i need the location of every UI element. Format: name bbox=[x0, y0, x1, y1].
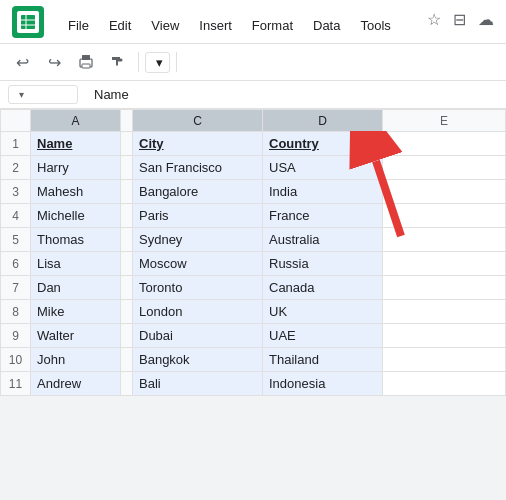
paint-format-button[interactable] bbox=[104, 48, 132, 76]
svg-rect-6 bbox=[82, 64, 90, 68]
cell-d-2[interactable]: USA bbox=[263, 156, 383, 180]
row-number: 11 bbox=[1, 372, 31, 396]
cell-e-3[interactable] bbox=[383, 180, 506, 204]
menu-insert[interactable]: Insert bbox=[191, 14, 240, 37]
percent-button[interactable] bbox=[199, 60, 211, 64]
title-bar: ☆ ⊟ ☁ bbox=[0, 0, 506, 12]
row-number: 8 bbox=[1, 300, 31, 324]
cell-e-11[interactable] bbox=[383, 372, 506, 396]
zoom-control[interactable]: ▾ bbox=[145, 52, 170, 73]
table-body: 1 Name City Country 2 Harry San Francisc… bbox=[1, 132, 506, 396]
formula-input[interactable] bbox=[94, 87, 498, 102]
cell-d-6[interactable]: Russia bbox=[263, 252, 383, 276]
cell-d-8[interactable]: UK bbox=[263, 300, 383, 324]
menu-edit[interactable]: Edit bbox=[101, 14, 139, 37]
cell-e-6[interactable] bbox=[383, 252, 506, 276]
menu-data[interactable]: Data bbox=[305, 14, 348, 37]
svg-rect-0 bbox=[21, 15, 35, 29]
redo-button[interactable]: ↪ bbox=[40, 48, 68, 76]
cell-e-2[interactable] bbox=[383, 156, 506, 180]
cell-a-2[interactable]: Harry bbox=[31, 156, 121, 180]
table-row: 8 Mike London UK bbox=[1, 300, 506, 324]
cell-ref-arrow-icon: ▾ bbox=[19, 89, 24, 100]
cell-d-4[interactable]: France bbox=[263, 204, 383, 228]
cell-c-4[interactable]: Paris bbox=[133, 204, 263, 228]
cell-c-8[interactable]: London bbox=[133, 300, 263, 324]
more-formats-button[interactable] bbox=[247, 60, 259, 64]
cell-a-5[interactable]: Thomas bbox=[31, 228, 121, 252]
cell-a-10[interactable]: John bbox=[31, 348, 121, 372]
spreadsheet: A C D E 1 Name City Country 2 Harry San … bbox=[0, 109, 506, 396]
sheet-wrapper: A C D E 1 Name City Country 2 Harry San … bbox=[0, 109, 506, 396]
cell-d-5[interactable]: Australia bbox=[263, 228, 383, 252]
cell-c-11[interactable]: Bali bbox=[133, 372, 263, 396]
cell-c-3[interactable]: Bangalore bbox=[133, 180, 263, 204]
col-header-d[interactable]: D bbox=[263, 110, 383, 132]
table-row: 1 Name City Country bbox=[1, 132, 506, 156]
col-header-c[interactable]: C bbox=[133, 110, 263, 132]
column-headers: A C D E bbox=[1, 110, 506, 132]
save-icon[interactable]: ⊟ bbox=[453, 10, 466, 29]
toolbar: ↩ ↪ ▾ bbox=[0, 43, 506, 81]
cell-d-1[interactable]: Country bbox=[263, 132, 383, 156]
cell-c-10[interactable]: Bangkok bbox=[133, 348, 263, 372]
cell-e-9[interactable] bbox=[383, 324, 506, 348]
cell-b-11 bbox=[121, 372, 133, 396]
menu-tools[interactable]: Tools bbox=[352, 14, 398, 37]
cell-reference[interactable]: ▾ bbox=[8, 85, 78, 104]
decimal-less-button[interactable] bbox=[215, 60, 227, 64]
currency-button[interactable] bbox=[183, 60, 195, 64]
row-number: 5 bbox=[1, 228, 31, 252]
cell-b-3 bbox=[121, 180, 133, 204]
cell-a-4[interactable]: Michelle bbox=[31, 204, 121, 228]
cell-d-10[interactable]: Thailand bbox=[263, 348, 383, 372]
table-row: 10 John Bangkok Thailand bbox=[1, 348, 506, 372]
cell-c-9[interactable]: Dubai bbox=[133, 324, 263, 348]
decimal-more-button[interactable] bbox=[231, 60, 243, 64]
cell-c-7[interactable]: Toronto bbox=[133, 276, 263, 300]
cell-e-4[interactable] bbox=[383, 204, 506, 228]
table-row: 9 Walter Dubai UAE bbox=[1, 324, 506, 348]
cell-a-7[interactable]: Dan bbox=[31, 276, 121, 300]
menu-view[interactable]: View bbox=[143, 14, 187, 37]
app-icon bbox=[12, 6, 44, 38]
star-icon[interactable]: ☆ bbox=[427, 10, 441, 29]
cell-d-3[interactable]: India bbox=[263, 180, 383, 204]
cell-a-8[interactable]: Mike bbox=[31, 300, 121, 324]
menu-file[interactable]: File bbox=[60, 14, 97, 37]
cell-b-6 bbox=[121, 252, 133, 276]
table-row: 2 Harry San Francisco USA bbox=[1, 156, 506, 180]
cell-b-1 bbox=[121, 132, 133, 156]
cell-d-9[interactable]: UAE bbox=[263, 324, 383, 348]
cell-a-6[interactable]: Lisa bbox=[31, 252, 121, 276]
row-number: 10 bbox=[1, 348, 31, 372]
cell-e-7[interactable] bbox=[383, 276, 506, 300]
cell-d-11[interactable]: Indonesia bbox=[263, 372, 383, 396]
title-icons: ☆ ⊟ ☁ bbox=[427, 10, 494, 29]
corner-header bbox=[1, 110, 31, 132]
menu-format[interactable]: Format bbox=[244, 14, 301, 37]
col-header-e[interactable]: E bbox=[383, 110, 506, 132]
cell-e-1[interactable] bbox=[383, 132, 506, 156]
cell-c-5[interactable]: Sydney bbox=[133, 228, 263, 252]
cell-a-9[interactable]: Walter bbox=[31, 324, 121, 348]
cell-e-8[interactable] bbox=[383, 300, 506, 324]
cell-d-7[interactable]: Canada bbox=[263, 276, 383, 300]
cell-b-8 bbox=[121, 300, 133, 324]
undo-button[interactable]: ↩ bbox=[8, 48, 36, 76]
cell-a-3[interactable]: Mahesh bbox=[31, 180, 121, 204]
table-row: 3 Mahesh Bangalore India bbox=[1, 180, 506, 204]
cell-b-7 bbox=[121, 276, 133, 300]
cell-c-6[interactable]: Moscow bbox=[133, 252, 263, 276]
col-header-a[interactable]: A bbox=[31, 110, 121, 132]
cell-e-5[interactable] bbox=[383, 228, 506, 252]
print-button[interactable] bbox=[72, 48, 100, 76]
row-number: 9 bbox=[1, 324, 31, 348]
table-row: 6 Lisa Moscow Russia bbox=[1, 252, 506, 276]
cell-e-10[interactable] bbox=[383, 348, 506, 372]
cell-c-1[interactable]: City bbox=[133, 132, 263, 156]
cell-a-11[interactable]: Andrew bbox=[31, 372, 121, 396]
cell-c-2[interactable]: San Francisco bbox=[133, 156, 263, 180]
toolbar-divider-2 bbox=[176, 52, 177, 72]
cell-a-1[interactable]: Name bbox=[31, 132, 121, 156]
